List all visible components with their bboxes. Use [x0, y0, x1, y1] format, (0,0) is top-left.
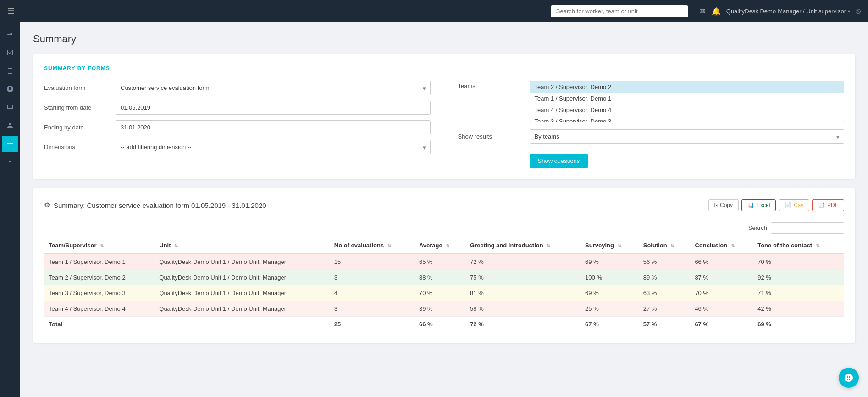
- table-cell: 70 %: [753, 254, 844, 270]
- menu-icon[interactable]: ☰: [7, 6, 15, 16]
- csv-icon: 📄: [785, 202, 791, 208]
- excel-icon: 📊: [747, 202, 754, 208]
- user-role: Manager / Unit supervisor: [778, 8, 846, 15]
- table-cell: 66 %: [415, 317, 465, 332]
- sort-icon[interactable]: ⇅: [547, 243, 550, 248]
- table-cell: Team 4 / Supervisor, Demo 4: [44, 301, 155, 317]
- sort-icon[interactable]: ⇅: [731, 243, 735, 248]
- table-cell: 63 %: [639, 285, 691, 301]
- pdf-button[interactable]: 📑 PDF: [812, 199, 844, 211]
- sidebar-item-users[interactable]: [2, 117, 18, 134]
- data-table: Team/Supervisor ⇅ Unit ⇅ No of evaluatio…: [44, 237, 844, 332]
- table-cell: 67 %: [581, 317, 639, 332]
- table-cell: 69 %: [581, 285, 639, 301]
- sidebar-item-analytics[interactable]: [2, 26, 18, 42]
- sort-icon[interactable]: ⇅: [387, 243, 391, 248]
- sidebar-item-summary[interactable]: [2, 136, 18, 152]
- table-cell: 15: [330, 254, 415, 270]
- table-cell: QualityDesk Demo Unit 1 / Demo Unit, Man…: [155, 270, 330, 285]
- table-cell: 87 %: [690, 270, 753, 285]
- csv-button[interactable]: 📄 Csv: [779, 199, 809, 211]
- bell-icon[interactable]: 🔔: [712, 7, 721, 16]
- teams-listbox-item[interactable]: Team 2 / Supervisor, Demo 2: [530, 81, 844, 93]
- copy-button[interactable]: ⎘ Copy: [708, 199, 739, 211]
- copy-icon: ⎘: [714, 202, 718, 208]
- table-cell: 81 %: [465, 285, 581, 301]
- teams-listbox[interactable]: Team 2 / Supervisor, Demo 2 Team 1 / Sup…: [530, 81, 845, 122]
- evaluation-form-label: Evaluation form: [44, 81, 108, 91]
- table-cell: 72 %: [465, 254, 581, 270]
- sort-icon[interactable]: ⇅: [100, 243, 104, 248]
- table-cell: 100 %: [581, 270, 639, 285]
- table-cell: 88 %: [415, 270, 465, 285]
- user-chevron-icon: ▾: [848, 9, 850, 14]
- table-cell: [155, 317, 330, 332]
- show-questions-button[interactable]: Show questions: [530, 154, 588, 168]
- col-unit: Unit ⇅: [155, 237, 330, 254]
- table-row: Team 1 / Supervisor, Demo 1QualityDesk D…: [44, 254, 844, 270]
- top-navigation: ☰ ✉ 🔔 QualityDesk Demo Manager / Unit su…: [0, 0, 868, 22]
- logout-icon[interactable]: ⎋: [856, 6, 861, 16]
- table-cell: 75 %: [465, 270, 581, 285]
- table-cell: Team 2 / Supervisor, Demo 2: [44, 270, 155, 285]
- sidebar-item-messages[interactable]: [2, 99, 18, 116]
- table-cell: 39 %: [415, 301, 465, 317]
- email-icon[interactable]: ✉: [699, 7, 705, 16]
- main-content: Summary SUMMARY BY FORMS Evaluation form…: [20, 22, 868, 397]
- dimensions-select[interactable]: -- add filtering dimension --: [116, 140, 431, 154]
- table-cell: 65 %: [415, 254, 465, 270]
- show-results-label: Show results: [458, 133, 522, 140]
- chat-fab-button[interactable]: [839, 368, 859, 388]
- teams-listbox-item[interactable]: Team 4 / Supervisor, Demo 4: [530, 104, 844, 116]
- summary-header: ⚙ Summary: Customer service evaluation f…: [44, 199, 844, 215]
- teams-listbox-item[interactable]: Team 3 / Supervisor, Demo 3: [530, 116, 844, 122]
- evaluation-form-select[interactable]: Customer service evaluation form: [116, 81, 431, 95]
- col-solution: Solution ⇅: [639, 237, 691, 254]
- teams-label: Teams: [458, 81, 522, 89]
- search-label: Search: [748, 224, 767, 231]
- user-menu[interactable]: QualityDesk Demo Manager / Unit supervis…: [726, 8, 850, 15]
- table-cell: QualityDesk Demo Unit 1 / Demo Unit, Man…: [155, 254, 330, 270]
- col-average: Average ⇅: [415, 237, 465, 254]
- teams-listbox-item[interactable]: Team 1 / Supervisor, Demo 1: [530, 93, 844, 104]
- show-results-select[interactable]: By teams By agents By units: [530, 129, 845, 144]
- summary-table-card: ⚙ Summary: Customer service evaluation f…: [33, 188, 855, 343]
- sidebar-item-evaluations[interactable]: [2, 44, 18, 61]
- sort-icon[interactable]: ⇅: [446, 243, 449, 248]
- table-cell: 89 %: [639, 270, 691, 285]
- table-cell: QualityDesk Demo Unit 1 / Demo Unit, Man…: [155, 301, 330, 317]
- ending-date-input[interactable]: [116, 120, 431, 134]
- section-title: SUMMARY BY FORMS: [44, 65, 844, 72]
- col-surveying: Surveying ⇅: [581, 237, 639, 254]
- pdf-icon: 📑: [818, 202, 825, 208]
- table-cell: 66 %: [690, 254, 753, 270]
- excel-button[interactable]: 📊 Excel: [741, 199, 776, 211]
- sort-icon[interactable]: ⇅: [618, 243, 621, 248]
- table-cell: Team 1 / Supervisor, Demo 1: [44, 254, 155, 270]
- sidebar-item-reports[interactable]: [2, 154, 18, 171]
- col-evaluations: No of evaluations ⇅: [330, 237, 415, 254]
- ending-date-label: Ending by date: [44, 120, 108, 131]
- sidebar-item-calendar[interactable]: [2, 62, 18, 79]
- page-title: Summary: [33, 33, 855, 45]
- sort-icon[interactable]: ⇅: [816, 243, 819, 248]
- global-search-input[interactable]: [551, 5, 688, 17]
- table-cell: Team 3 / Supervisor, Demo 3: [44, 285, 155, 301]
- sort-icon[interactable]: ⇅: [670, 243, 674, 248]
- starting-date-input[interactable]: [116, 101, 431, 115]
- dimensions-label: Dimensions: [44, 140, 108, 151]
- sidebar-item-support[interactable]: [2, 81, 18, 97]
- col-conclusion: Conclusion ⇅: [690, 237, 753, 254]
- table-cell: 46 %: [690, 301, 753, 317]
- table-cell: 58 %: [465, 301, 581, 317]
- table-cell: 92 %: [753, 270, 844, 285]
- starting-date-label: Starting from date: [44, 101, 108, 111]
- summary-table-title: Summary: Customer service evaluation for…: [54, 201, 266, 209]
- table-row: Team 4 / Supervisor, Demo 4QualityDesk D…: [44, 301, 844, 317]
- table-cell: 72 %: [465, 317, 581, 332]
- export-buttons: ⎘ Copy 📊 Excel 📄 Csv 📑 PDF: [708, 199, 844, 211]
- col-team: Team/Supervisor ⇅: [44, 237, 155, 254]
- table-cell: 25: [330, 317, 415, 332]
- sort-icon[interactable]: ⇅: [174, 243, 178, 248]
- table-search-input[interactable]: [771, 222, 844, 234]
